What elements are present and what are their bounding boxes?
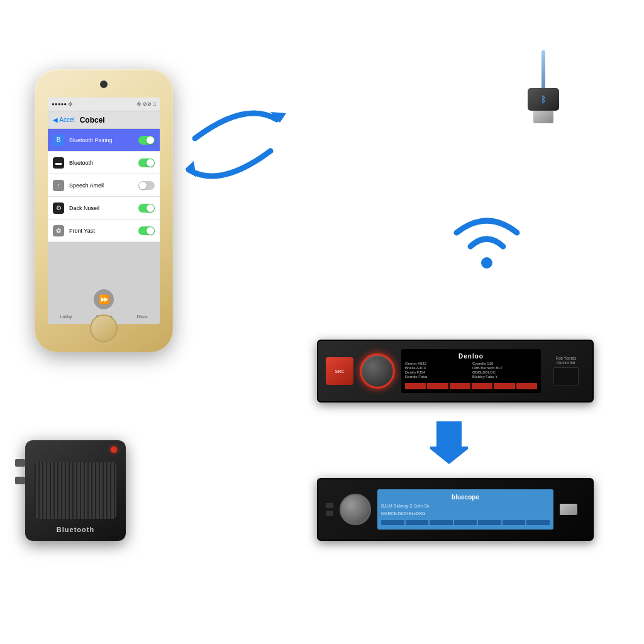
stereo1-col2-row2: OltB Burnech BLT [472, 366, 537, 370]
phone-body: ●●●●● 令 令 ⊘⊘ □ ◀ Accel Cobcel B Bluetoot… [35, 69, 173, 352]
row-toggle-1[interactable] [138, 158, 155, 167]
stereo1-row1: Oreron A032 [405, 362, 470, 365]
speaker-led-indicator [111, 447, 117, 453]
nav-title: Cobcel [80, 116, 105, 125]
speaker-label: Bluetooth [57, 526, 94, 533]
stereo1-col2-row1: Cyprelis 110 [472, 362, 537, 365]
phone-home-button[interactable] [90, 314, 118, 342]
stereo2-btn1[interactable] [381, 520, 404, 525]
row-icon-1: ▬ [53, 157, 64, 169]
car-stereo-after: bluecope BJLM Bldmuy S Geln Sk MARCKJSOl… [317, 478, 594, 541]
row-label-4: Front Yast [69, 228, 138, 234]
stereo1-btn2[interactable] [427, 383, 448, 389]
row-icon-2: ↑ [53, 180, 64, 191]
stereo2-btn6[interactable] [502, 520, 526, 525]
screen-nav: ◀ Accel Cobcel [48, 111, 160, 129]
stereo1-btn4[interactable] [472, 383, 492, 389]
stereo2-btn-b[interactable] [326, 511, 333, 516]
speaker-grill [35, 462, 116, 519]
row-label-3: Dack Nuseil [69, 205, 138, 211]
statusbar-right: 令 ⊘⊘ □ [136, 101, 156, 108]
stereo2-right-panel [560, 504, 585, 515]
phone-settings-row-0[interactable]: B Bluetooth Pairing [48, 129, 160, 152]
stereo2-display-text1: BJLM Bldmuy S Geln Sk [381, 504, 550, 508]
svg-marker-3 [430, 421, 468, 464]
stereo1-btn6[interactable] [516, 383, 537, 389]
speaker-mount-bracket [15, 459, 25, 484]
stereo1-power-button[interactable]: SRC [326, 357, 353, 385]
stereo1-row2: Bheila A3C4 [405, 366, 470, 370]
phone-settings-row-2[interactable]: ↑ Speech Ameil [48, 174, 160, 197]
row-label-0: Bluetooth Pairing [69, 137, 138, 143]
stereo2-left-buttons [326, 503, 333, 516]
stereo1-right-panel: Fob Yoordsmusicchar [547, 356, 585, 386]
stereo2-brand-label: bluecope [381, 494, 550, 501]
phone-settings-row-1[interactable]: ▬ Bluetooth [48, 152, 160, 174]
stereo2-btn2[interactable] [406, 520, 429, 525]
stereo1-volume-knob[interactable] [360, 353, 395, 389]
row-icon-0: B [53, 135, 64, 146]
bluetooth-speaker: Bluetooth [25, 440, 138, 553]
bluetooth-logo-icon: ᛒ [541, 94, 546, 104]
stereo1-right-text: Fob Yoordsmusicchar [556, 356, 577, 365]
row-icon-3: ⚙ [53, 203, 64, 214]
stereo2-btn5[interactable] [478, 520, 501, 525]
phone-camera [100, 80, 108, 88]
svg-marker-1 [186, 161, 196, 177]
speaker-mount-bottom [15, 477, 25, 484]
usb-body: ᛒ [528, 88, 559, 111]
phone-device: ●●●●● 令 令 ⊘⊘ □ ◀ Accel Cobcel B Bluetoot… [35, 69, 173, 352]
stereo1-button-row [405, 383, 537, 389]
svg-point-2 [481, 257, 492, 269]
stereo1-col2-row3: GDBLDBLOC [472, 370, 537, 374]
stereo1-col2-row4: Blabley Faba Y [472, 375, 537, 379]
stereo1-btn3[interactable] [450, 383, 470, 389]
tab-3[interactable]: Disco [136, 314, 148, 319]
stereo1-body: SRC Denloo Oreron A032 Bheila A3C4 Denil… [317, 340, 594, 402]
bluetooth-signal-icon [436, 189, 537, 277]
stereo1-row4: Dorralo Faba [405, 375, 470, 379]
bluetooth-arrows [170, 88, 296, 201]
tab-1[interactable]: Labby [60, 314, 72, 319]
row-label-1: Bluetooth [69, 160, 138, 166]
row-label-2: Speech Ameil [69, 182, 138, 189]
stereo1-col1: Oreron A032 Bheila A3C4 Denilo FJ54 Dorr… [405, 362, 470, 379]
nav-back[interactable]: ◀ Accel [53, 116, 75, 123]
usb-plug [533, 111, 553, 123]
arrows-svg [170, 88, 296, 201]
statusbar: ●●●●● 令 令 ⊘⊘ □ [48, 97, 160, 111]
stereo2-btn7[interactable] [526, 520, 550, 525]
stereo2-volume-knob[interactable] [340, 494, 371, 525]
stereo2-display-text2: MARCKJSOll EL•DNG [381, 511, 550, 516]
stereo2-button-row [381, 520, 550, 525]
stereo2-display: bluecope BJLM Bldmuy S Geln Sk MARCKJSOl… [377, 489, 553, 530]
upgrade-arrow [430, 415, 468, 465]
row-toggle-4[interactable] [138, 226, 155, 235]
wifi-svg [443, 195, 531, 270]
stereo2-body: bluecope BJLM Bldmuy S Geln Sk MARCKJSOl… [317, 478, 594, 541]
screen-bottom: ⏩ Labby Marcare Disco [48, 242, 160, 324]
phone-screen: ●●●●● 令 令 ⊘⊘ □ ◀ Accel Cobcel B Bluetoot… [48, 97, 160, 324]
stereo2-btn-a[interactable] [326, 503, 333, 508]
statusbar-left: ●●●●● 令 [52, 101, 73, 108]
row-toggle-3[interactable] [138, 204, 155, 213]
row-toggle-0[interactable] [138, 136, 155, 145]
stereo1-display: Denloo Oreron A032 Bheila A3C4 Denilo FJ… [401, 349, 541, 393]
phone-settings-row-3[interactable]: ⚙ Dack Nuseil [48, 197, 160, 219]
stereo2-btn4[interactable] [454, 520, 477, 525]
car-stereo-before: SRC Denloo Oreron A032 Bheila A3C4 Denil… [317, 340, 594, 402]
speaker-body: Bluetooth [25, 440, 126, 541]
media-play-button[interactable]: ⏩ [94, 289, 114, 309]
stereo1-col2: Cyprelis 110 OltB Burnech BLT GDBLDBLOC … [472, 362, 537, 379]
down-arrow-svg [430, 415, 468, 465]
stereo1-btn1[interactable] [405, 383, 426, 389]
phone-settings-row-4[interactable]: ✿ Front Yast [48, 219, 160, 242]
stereo1-aux-panel [553, 367, 579, 386]
row-icon-4: ✿ [53, 225, 64, 236]
row-toggle-2[interactable] [138, 181, 155, 190]
usb-dongle: ᛒ [518, 50, 569, 151]
stereo2-btn3[interactable] [430, 520, 453, 525]
stereo1-btn5[interactable] [494, 383, 514, 389]
stereo1-brand-label: Denloo [405, 353, 537, 360]
speaker-mount-top [15, 459, 25, 467]
